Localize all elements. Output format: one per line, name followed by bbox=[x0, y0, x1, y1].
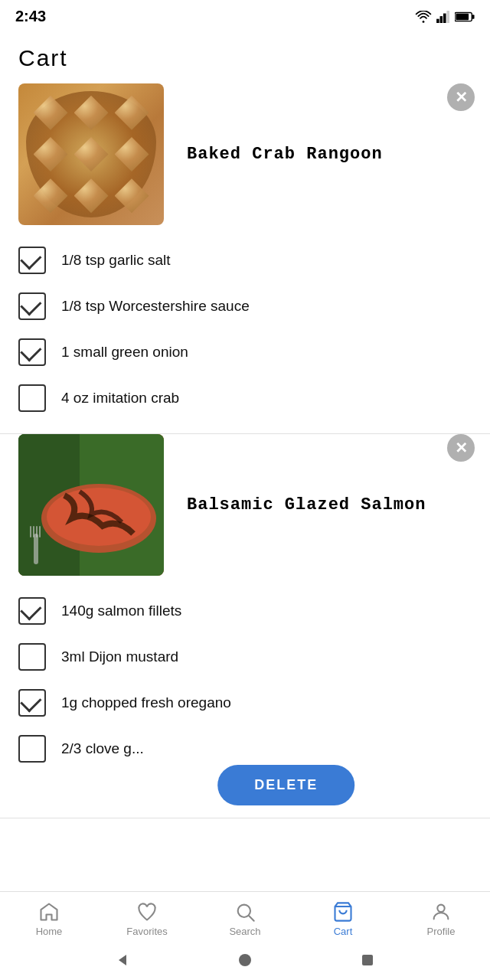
ingredient-text-garlic-salt: 1/8 tsp garlic salt bbox=[61, 252, 171, 269]
signal-icon bbox=[436, 11, 450, 23]
ingredient-text-dijon-mustard: 3ml Dijon mustard bbox=[61, 648, 178, 665]
checkbox-fresh-oregano[interactable] bbox=[18, 689, 46, 717]
svg-rect-22 bbox=[362, 955, 373, 965]
status-bar: 2:43 bbox=[0, 0, 490, 30]
svg-rect-0 bbox=[436, 18, 439, 22]
wifi-icon bbox=[415, 11, 432, 23]
svg-rect-6 bbox=[456, 13, 469, 19]
svg-rect-1 bbox=[440, 16, 443, 23]
svg-rect-5 bbox=[472, 15, 475, 19]
checkbox-clove-garlic[interactable] bbox=[18, 735, 46, 763]
recipe-image-salmon bbox=[18, 434, 164, 576]
svg-rect-15 bbox=[39, 526, 41, 537]
ingredient-salmon-fillets: 140g salmon fillets bbox=[0, 588, 490, 634]
android-nav-bar bbox=[0, 943, 490, 980]
checkbox-worcestershire[interactable] bbox=[18, 292, 46, 320]
svg-rect-12 bbox=[30, 526, 31, 537]
checkbox-garlic-salt[interactable] bbox=[18, 247, 46, 274]
nav-item-profile[interactable]: Profile bbox=[410, 901, 472, 937]
checkbox-imitation-crab[interactable] bbox=[18, 384, 46, 412]
recents-square-icon bbox=[361, 954, 374, 966]
ingredient-text-salmon-fillets: 140g salmon fillets bbox=[61, 603, 181, 619]
profile-icon bbox=[430, 901, 452, 923]
remove-crab-rangoon-button[interactable]: ✕ bbox=[447, 83, 475, 111]
page-title: Cart bbox=[0, 30, 490, 83]
recipe-card-crab-rangoon: Baked Crab Rangoon ✕ 1/8 tsp garlic salt… bbox=[0, 83, 490, 434]
checkbox-dijon-mustard[interactable] bbox=[18, 643, 46, 671]
checkbox-green-onion[interactable] bbox=[18, 338, 46, 366]
svg-point-21 bbox=[239, 954, 251, 966]
android-recents-button[interactable] bbox=[360, 952, 375, 968]
nav-item-home[interactable]: Home bbox=[18, 901, 80, 937]
delete-overlay: DELETE bbox=[217, 765, 354, 805]
recipe-image-crab bbox=[18, 83, 164, 225]
scroll-content: Baked Crab Rangoon ✕ 1/8 tsp garlic salt… bbox=[0, 83, 490, 891]
back-triangle-icon bbox=[116, 953, 129, 967]
battery-icon bbox=[455, 11, 475, 22]
svg-rect-14 bbox=[36, 526, 38, 537]
nav-item-cart[interactable]: Cart bbox=[312, 901, 374, 937]
svg-rect-11 bbox=[34, 534, 38, 564]
recipe-title-crab: Baked Crab Rangoon bbox=[187, 145, 472, 164]
status-icons bbox=[415, 11, 475, 23]
android-home-button[interactable] bbox=[237, 952, 253, 968]
svg-rect-2 bbox=[443, 13, 446, 22]
ingredient-text-imitation-crab: 4 oz imitation crab bbox=[61, 390, 179, 407]
cart-icon bbox=[332, 901, 354, 923]
bottom-nav: Home Favorites Search Cart Profile bbox=[0, 891, 490, 943]
remove-salmon-button[interactable]: ✕ bbox=[447, 434, 475, 462]
recipe-header-salmon: Balsamic Glazed Salmon ✕ bbox=[0, 434, 490, 588]
recipe-title-salmon: Balsamic Glazed Salmon bbox=[187, 495, 472, 514]
ingredient-dijon-mustard: 3ml Dijon mustard bbox=[0, 634, 490, 680]
svg-line-17 bbox=[249, 916, 253, 920]
svg-marker-20 bbox=[119, 955, 126, 965]
home-circle-icon bbox=[238, 953, 252, 967]
status-time: 2:43 bbox=[15, 8, 46, 25]
nav-label-home: Home bbox=[36, 926, 63, 937]
heart-icon bbox=[136, 901, 158, 923]
svg-point-10 bbox=[47, 488, 151, 546]
ingredient-text-fresh-oregano: 1g chopped fresh oregano bbox=[61, 694, 231, 711]
search-icon bbox=[234, 901, 256, 923]
svg-rect-13 bbox=[33, 526, 34, 537]
ingredient-garlic-salt: 1/8 tsp garlic salt bbox=[0, 237, 490, 283]
ingredient-worcestershire: 1/8 tsp Worcestershire sauce bbox=[0, 283, 490, 329]
home-icon bbox=[38, 901, 60, 923]
nav-label-search: Search bbox=[229, 926, 260, 937]
ingredient-text-green-onion: 1 small green onion bbox=[61, 344, 188, 361]
ingredient-imitation-crab: 4 oz imitation crab bbox=[0, 375, 490, 421]
nav-item-search[interactable]: Search bbox=[214, 901, 276, 937]
nav-label-favorites: Favorites bbox=[126, 926, 167, 937]
svg-point-19 bbox=[437, 905, 444, 912]
wonton-decoration bbox=[18, 83, 164, 225]
nav-label-cart: Cart bbox=[334, 926, 353, 937]
nav-item-favorites[interactable]: Favorites bbox=[116, 901, 178, 937]
salmon-svg bbox=[18, 434, 164, 576]
ingredient-text-worcestershire: 1/8 tsp Worcestershire sauce bbox=[61, 298, 250, 315]
android-back-button[interactable] bbox=[115, 952, 130, 968]
checkbox-salmon-fillets[interactable] bbox=[18, 597, 46, 625]
ingredient-green-onion: 1 small green onion bbox=[0, 329, 490, 375]
nav-label-profile: Profile bbox=[427, 926, 456, 937]
recipe-card-salmon: Balsamic Glazed Salmon ✕ 140g salmon fil… bbox=[0, 434, 490, 818]
delete-button[interactable]: DELETE bbox=[217, 765, 354, 805]
ingredient-text-clove-garlic: 2/3 clove g... bbox=[61, 740, 144, 757]
svg-rect-3 bbox=[446, 11, 449, 23]
ingredient-fresh-oregano: 1g chopped fresh oregano bbox=[0, 680, 490, 726]
recipe-header-crab: Baked Crab Rangoon ✕ bbox=[0, 83, 490, 237]
